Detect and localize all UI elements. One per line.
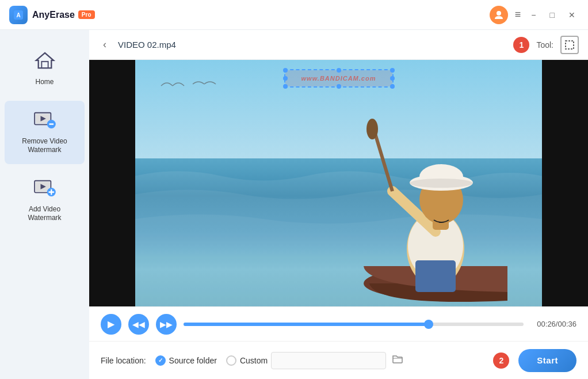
close-button[interactable]: ✕	[565, 8, 579, 22]
minimize-button[interactable]: −	[528, 8, 539, 22]
user-icon[interactable]	[490, 6, 508, 24]
custom-option[interactable]: Custom	[226, 351, 406, 369]
title-bar-controls: ≡ − □ ✕	[490, 6, 579, 24]
file-name: VIDEO 02.mp4	[118, 40, 176, 50]
progress-bar[interactable]	[184, 323, 524, 326]
pro-badge: Pro	[78, 10, 95, 19]
custom-label: Custom	[240, 356, 268, 365]
svg-point-23	[366, 119, 378, 139]
maximize-button[interactable]: □	[547, 8, 558, 22]
step1-badge: 1	[513, 37, 529, 53]
handle-bottom-left[interactable]	[283, 84, 288, 89]
watermark-selection-box[interactable]: www.BANDICAM.com	[284, 69, 394, 88]
main-layout: Home Remove VideoWatermark	[0, 30, 588, 379]
sidebar-label-home: Home	[35, 78, 54, 87]
video-scene: www.BANDICAM.com	[135, 60, 542, 306]
forward-button[interactable]: ▶▶	[156, 314, 177, 335]
play-button[interactable]: ▶	[101, 314, 121, 335]
browse-folder-icon[interactable]	[390, 351, 406, 369]
progress-fill	[184, 323, 429, 326]
svg-text:A: A	[16, 12, 20, 18]
svg-point-2	[497, 11, 501, 16]
sidebar-item-home[interactable]: Home	[5, 41, 85, 96]
svg-rect-4	[41, 62, 48, 68]
sidebar-item-add-video-watermark[interactable]: Add VideoWatermark	[5, 169, 85, 232]
svg-line-22	[375, 134, 392, 191]
handle-top-left[interactable]	[283, 68, 288, 73]
svg-rect-16	[566, 41, 574, 49]
app-logo: A	[9, 6, 28, 24]
back-button[interactable]: ‹	[98, 36, 111, 53]
black-bar-left	[89, 60, 135, 306]
menu-icon[interactable]: ≡	[515, 9, 521, 21]
svg-point-27	[410, 179, 473, 188]
black-bar-right	[542, 60, 588, 306]
source-folder-label: Source folder	[169, 356, 217, 365]
svg-rect-20	[415, 260, 456, 292]
handle-bottom-right[interactable]	[390, 84, 395, 89]
start-button[interactable]: Start	[518, 349, 576, 372]
sidebar-label-remove-video-watermark: Remove VideoWatermark	[22, 137, 67, 155]
selection-tool-button[interactable]	[560, 36, 579, 54]
handle-top-middle[interactable]	[337, 68, 341, 73]
source-folder-option[interactable]: Source folder	[155, 355, 217, 366]
handle-middle-left[interactable]	[283, 76, 288, 81]
app-name: AnyErase	[32, 10, 75, 20]
content-area: ‹ VIDEO 02.mp4 1 Tool:	[89, 30, 588, 379]
svg-marker-3	[36, 53, 53, 68]
content-topbar: ‹ VIDEO 02.mp4 1 Tool:	[89, 30, 588, 60]
source-folder-radio[interactable]	[155, 355, 166, 366]
sidebar: Home Remove VideoWatermark	[0, 30, 89, 379]
controls-bar: ▶ ◀◀ ▶▶ 00:26/00:36	[89, 306, 588, 341]
home-icon	[33, 51, 56, 73]
handle-top-right[interactable]	[390, 68, 395, 73]
file-location-label: File location:	[101, 356, 146, 365]
video-area: www.BANDICAM.com	[89, 60, 588, 306]
sidebar-label-add-video-watermark: Add VideoWatermark	[28, 205, 61, 223]
custom-path-input[interactable]	[271, 352, 386, 369]
remove-video-icon	[33, 110, 56, 132]
bottom-bar: File location: Source folder Custom 2 St	[89, 341, 588, 379]
sidebar-item-remove-video-watermark[interactable]: Remove VideoWatermark	[5, 101, 85, 164]
time-display: 00:26/00:36	[530, 320, 576, 328]
rewind-button[interactable]: ◀◀	[128, 314, 149, 335]
handle-bottom-middle[interactable]	[337, 84, 341, 89]
custom-radio[interactable]	[226, 355, 236, 366]
svg-rect-28	[433, 217, 449, 230]
handle-middle-right[interactable]	[390, 76, 395, 81]
tool-label: Tool:	[536, 40, 553, 50]
title-bar: A AnyErase Pro ≡ − □ ✕	[0, 0, 588, 30]
progress-thumb[interactable]	[424, 320, 433, 329]
add-video-icon	[33, 178, 56, 200]
step2-badge: 2	[493, 353, 509, 369]
